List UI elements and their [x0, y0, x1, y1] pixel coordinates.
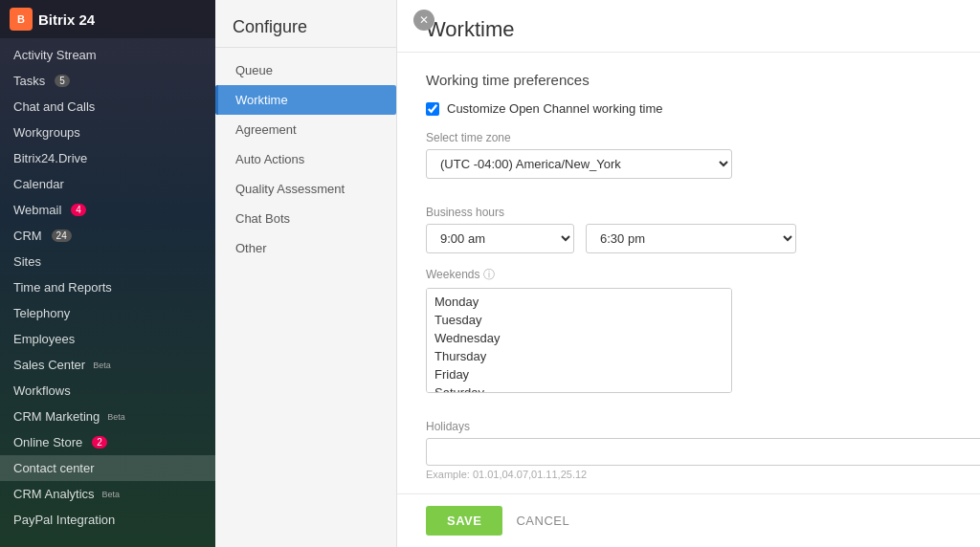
page-title: Worktime	[397, 0, 980, 53]
weekends-select[interactable]: Monday Tuesday Wednesday Thursday Friday…	[426, 288, 732, 393]
weekday-saturday: Saturday	[431, 383, 727, 393]
configure-nav-quality[interactable]: Quality Assessment	[215, 174, 396, 204]
weekends-label: Weekends ⓘ	[426, 267, 980, 283]
weekends-field-group: Weekends ⓘ Monday Tuesday Wednesday Thur…	[426, 267, 980, 406]
sidebar-item-contact-center[interactable]: Contact center	[0, 455, 215, 481]
sidebar-header: B Bitrix 24	[0, 0, 215, 38]
crm-badge: 24	[52, 230, 72, 242]
sidebar-item-crm[interactable]: CRM24	[0, 223, 215, 249]
sidebar-item-time-reports[interactable]: Time and Reports	[0, 274, 215, 300]
weekday-friday: Friday	[431, 365, 727, 383]
main-content: Worktime Working time preferences Custom…	[397, 0, 980, 547]
sidebar-item-telephony[interactable]: Telephony	[0, 300, 215, 326]
sidebar: B Bitrix 24 Activity Stream Tasks5 Chat …	[0, 0, 215, 547]
sidebar-item-workflows[interactable]: Workflows	[0, 378, 215, 404]
sidebar-item-employees[interactable]: Employees	[0, 326, 215, 352]
timezone-field-group: Select time zone (UTC -04:00) America/Ne…	[426, 131, 980, 192]
business-start-select[interactable]: 8:00 am 9:00 am 10:00 am	[426, 224, 574, 253]
weekday-thursday: Thursday	[431, 347, 727, 365]
business-end-select[interactable]: 5:00 pm 6:00 pm 6:30 pm 7:00 pm	[586, 224, 796, 253]
holidays-input[interactable]	[426, 438, 980, 466]
business-hours-label: Business hours	[426, 206, 980, 219]
online-store-badge: 2	[92, 436, 107, 449]
sidebar-item-online-store[interactable]: Online Store2	[0, 429, 215, 455]
business-hours-selects: 8:00 am 9:00 am 10:00 am 5:00 pm 6:00 pm…	[426, 224, 980, 253]
configure-nav-auto-actions[interactable]: Auto Actions	[215, 144, 396, 174]
timezone-select[interactable]: (UTC -04:00) America/New_York(UTC -05:00…	[426, 149, 732, 179]
configure-nav-chat-bots[interactable]: Chat Bots	[215, 204, 396, 233]
sidebar-item-sites[interactable]: Sites	[0, 249, 215, 274]
sidebar-logo: B Bitrix 24	[10, 8, 95, 31]
sidebar-item-crm-analytics[interactable]: CRM AnalyticsBeta	[0, 481, 215, 507]
save-button[interactable]: SAVE	[426, 506, 502, 536]
section-title: Working time preferences	[426, 72, 980, 88]
main-footer: SAVE CANCEL	[397, 493, 980, 547]
weekday-tuesday: Tuesday	[431, 311, 727, 329]
sidebar-item-tasks[interactable]: Tasks5	[0, 68, 215, 94]
configure-nav: Queue Worktime Agreement Auto Actions Qu…	[215, 48, 396, 547]
configure-nav-queue[interactable]: Queue	[215, 55, 396, 85]
sidebar-item-activity-stream[interactable]: Activity Stream	[0, 42, 215, 68]
configure-nav-other[interactable]: Other	[215, 233, 396, 263]
sidebar-item-workgroups[interactable]: Workgroups	[0, 120, 215, 145]
configure-close-button[interactable]: ✕	[413, 10, 434, 31]
weekday-wednesday: Wednesday	[431, 329, 727, 347]
configure-title: Configure	[215, 0, 396, 48]
sidebar-item-paypal[interactable]: PayPal Integration	[0, 507, 215, 533]
configure-panel: Configure Queue Worktime Agreement Auto …	[215, 0, 397, 547]
sidebar-item-drive[interactable]: Bitrix24.Drive	[0, 145, 215, 171]
bitrix-logo-icon: B	[10, 8, 33, 31]
configure-nav-agreement[interactable]: Agreement	[215, 115, 396, 144]
weekends-help-icon[interactable]: ⓘ	[483, 268, 495, 281]
sidebar-item-chat-calls[interactable]: Chat and Calls	[0, 94, 215, 120]
tasks-badge: 5	[55, 75, 70, 87]
holidays-hint: Example: 01.01,04.07,01.11,25.12	[426, 469, 980, 480]
main-body: Working time preferences Customize Open …	[397, 53, 980, 493]
sidebar-item-webmail[interactable]: Webmail4	[0, 197, 215, 223]
sidebar-item-sales-center[interactable]: Sales CenterBeta	[0, 352, 215, 378]
holidays-field-group: Holidays Example: 01.01,04.07,01.11,25.1…	[426, 420, 980, 480]
cancel-button[interactable]: CANCEL	[516, 514, 569, 528]
weekday-monday: Monday	[431, 293, 727, 311]
sidebar-item-crm-marketing[interactable]: CRM MarketingBeta	[0, 404, 215, 429]
webmail-badge: 4	[71, 204, 86, 216]
app-name: Bitrix 24	[38, 11, 95, 28]
sidebar-item-calendar[interactable]: Calendar	[0, 171, 215, 197]
configure-nav-worktime[interactable]: Worktime	[215, 85, 396, 115]
holidays-label: Holidays	[426, 420, 980, 433]
customize-checkbox-row: Customize Open Channel working time	[426, 101, 980, 116]
customize-checkbox-label[interactable]: Customize Open Channel working time	[447, 101, 662, 116]
business-hours-field-group: Business hours 8:00 am 9:00 am 10:00 am …	[426, 206, 980, 253]
customize-checkbox[interactable]	[426, 102, 439, 116]
timezone-label: Select time zone	[426, 131, 980, 144]
sidebar-nav: Activity Stream Tasks5 Chat and Calls Wo…	[0, 38, 215, 547]
